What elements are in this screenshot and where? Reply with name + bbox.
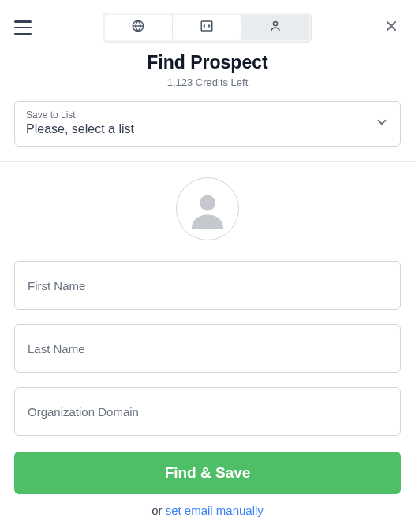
save-to-list-select[interactable]: Save to List Please, select a list: [14, 101, 401, 147]
close-button[interactable]: [382, 18, 401, 37]
save-to-list-value: Please, select a list: [26, 122, 389, 136]
svg-point-3: [200, 195, 215, 211]
find-and-save-button[interactable]: Find & Save: [14, 452, 401, 494]
menu-button[interactable]: [14, 20, 32, 35]
or-line: or set email manually: [14, 504, 401, 517]
or-text: or: [151, 504, 166, 517]
close-icon: [383, 18, 399, 37]
svg-point-2: [273, 21, 277, 25]
chevron-down-icon: [375, 115, 389, 132]
save-to-list-label: Save to List: [26, 110, 389, 121]
tab-code[interactable]: [172, 15, 241, 40]
set-email-manually-link[interactable]: set email manually: [166, 504, 264, 517]
tab-person[interactable]: [241, 15, 309, 40]
first-name-input[interactable]: [14, 261, 401, 310]
globe-icon: [131, 19, 145, 36]
person-icon: [268, 19, 282, 36]
code-icon: [200, 19, 214, 36]
mode-tabs: [103, 13, 312, 43]
last-name-input[interactable]: [14, 324, 401, 373]
avatar-placeholder: [176, 177, 239, 240]
credits-label: 1,123 Credits Left: [0, 76, 415, 88]
organization-domain-input[interactable]: [14, 387, 401, 436]
page-title: Find Prospect: [0, 52, 415, 73]
tab-globe[interactable]: [105, 15, 173, 40]
